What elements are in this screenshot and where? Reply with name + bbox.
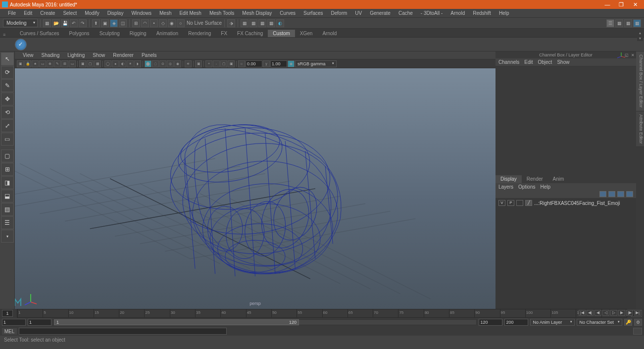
go-to-end-button[interactable]: ▶|	[634, 310, 641, 316]
menu-redshift[interactable]: Redshift	[469, 9, 495, 17]
anim-layer-dropdown[interactable]: No Anim Layer	[530, 319, 575, 326]
character-set-dropdown[interactable]: No Character Set	[577, 319, 622, 326]
scale-tool[interactable]: ⤢	[1, 119, 14, 132]
vt-select-camera[interactable]: ▣	[17, 60, 24, 67]
step-forward-frame-button[interactable]: ▶	[618, 310, 625, 316]
auto-keyframe-toggle[interactable]: 🔑	[624, 319, 632, 326]
layer-tab-display[interactable]: Display	[495, 175, 522, 183]
menu-edit-mesh[interactable]: Edit Mesh	[175, 9, 205, 17]
paint-select-tool[interactable]: ✎	[1, 79, 14, 92]
minimize-button[interactable]: —	[600, 1, 614, 7]
custom-layout[interactable]: ▾	[1, 230, 14, 243]
range-end-outer[interactable]	[504, 319, 528, 326]
menu-surfaces[interactable]: Surfaces	[299, 9, 327, 17]
open-scene-button[interactable]: 📂	[52, 19, 60, 27]
menu-create[interactable]: Create	[36, 9, 59, 17]
shelf-tab-sculpting[interactable]: Sculpting	[95, 30, 125, 37]
layer-new-selected-button[interactable]	[626, 191, 633, 197]
step-back-key-button[interactable]: ◀|	[587, 310, 594, 316]
construction-history-button[interactable]: ⬗	[227, 19, 235, 27]
ipr-button[interactable]: ▦	[249, 19, 257, 27]
layer-display-type[interactable]	[516, 200, 523, 206]
render-settings-button[interactable]: ▦	[258, 19, 266, 27]
menu-uv[interactable]: UV	[351, 9, 366, 17]
menu-cache[interactable]: Cache	[395, 9, 417, 17]
snap-plane-button[interactable]: ◇	[159, 19, 167, 27]
channels-menu[interactable]: Channels	[498, 59, 519, 65]
menu-file[interactable]: File	[4, 9, 20, 17]
layer-list[interactable]: V P ╱ ...:RightFBXASC045Facing_Fist_Emoj…	[495, 198, 636, 309]
single-persp-layout[interactable]: ▢	[1, 150, 14, 162]
lasso-tool[interactable]: ⟳	[1, 66, 14, 79]
select-object-button[interactable]: ▣	[101, 19, 109, 27]
vt-xray-comp[interactable]: ◎	[167, 60, 174, 67]
menu-help[interactable]: Help	[495, 9, 513, 17]
vt-field-chart[interactable]: ▦	[94, 60, 101, 67]
viewport-menu-panels[interactable]: Panels	[138, 52, 161, 58]
vt-exposure-input[interactable]	[246, 60, 262, 67]
save-scene-button[interactable]: 💾	[61, 19, 69, 27]
layer-new-empty-button[interactable]	[617, 191, 624, 197]
vt-bookmark[interactable]: ★	[32, 60, 39, 67]
menu-curves[interactable]: Curves	[276, 9, 299, 17]
object-menu[interactable]: Object	[538, 59, 552, 65]
viewport-menu-show[interactable]: Show	[89, 52, 109, 58]
snap-curve-button[interactable]: ◠	[141, 19, 149, 27]
select-tool[interactable]: ↖	[1, 52, 14, 65]
vt-textured[interactable]: ◐	[119, 60, 126, 67]
vt-auto-load[interactable]: ▣	[228, 60, 235, 67]
layer-visibility-toggle[interactable]: V	[498, 200, 505, 206]
snap-live-button[interactable]: ◉	[168, 19, 176, 27]
two-stacked-layout[interactable]: ⬓	[1, 190, 14, 202]
snap-view-button[interactable]: ○	[177, 19, 185, 27]
range-start-outer[interactable]	[2, 319, 26, 326]
viewport-menu-shading[interactable]: Shading	[38, 52, 64, 58]
panel-undock-button[interactable]: ◱	[624, 53, 629, 57]
maximize-button[interactable]: ❐	[614, 1, 628, 8]
menu-mesh-tools[interactable]: Mesh Tools	[205, 9, 238, 17]
shelf-tab-curves[interactable]: Curves / Surfaces	[15, 30, 64, 37]
options-menu[interactable]: Options	[518, 184, 535, 190]
move-tool[interactable]: ✥	[1, 93, 14, 105]
snap-grid-button[interactable]: ⊞	[132, 19, 140, 27]
vt-image-plane[interactable]: ▭	[39, 60, 46, 67]
shelf-scroll-up[interactable]: ▲	[637, 31, 643, 36]
snap-point-button[interactable]: •	[150, 19, 158, 27]
go-to-start-button[interactable]: |◀	[579, 310, 586, 316]
menu-mesh-display[interactable]: Mesh Display	[238, 9, 276, 17]
layer-move-up-button[interactable]	[599, 191, 606, 197]
redo-button[interactable]: ↷	[79, 19, 87, 27]
new-scene-button[interactable]: ▦	[43, 19, 51, 27]
viewport-menu-renderer[interactable]: Renderer	[109, 52, 138, 58]
vt-xray[interactable]: ◌	[152, 60, 159, 67]
shelf-tab-arnold[interactable]: Arnold	[317, 30, 342, 37]
vt-film-gate[interactable]: ▭	[69, 60, 76, 67]
shelf-tab-fx[interactable]: FX	[216, 30, 232, 37]
menu-arnold[interactable]: Arnold	[446, 9, 469, 17]
shelf-item-custom[interactable]	[15, 39, 27, 50]
vt-grease[interactable]: ✎	[54, 60, 61, 67]
layer-name[interactable]: ...:RightFBXASC045Facing_Fist_Emoji	[534, 200, 620, 206]
time-slider-track[interactable]: 1510152025303540455055606570758085909510…	[17, 309, 627, 318]
layout-button-1[interactable]: ▦	[615, 19, 623, 27]
vt-gamma-icon[interactable]: γ	[263, 60, 270, 67]
menu-edit[interactable]: Edit	[20, 9, 36, 17]
undo-button[interactable]: ↶	[70, 19, 78, 27]
select-hierarchy-button[interactable]: ⬆	[92, 19, 100, 27]
rotate-tool[interactable]: ⟲	[1, 106, 14, 119]
layers-menu[interactable]: Layers	[498, 184, 513, 190]
vt-2d-pan[interactable]: ⊕	[47, 60, 53, 67]
vt-color-profile-icon[interactable]: ◉	[288, 60, 295, 67]
vt-motion-blur[interactable]: ≋	[185, 60, 192, 67]
menu-display[interactable]: Display	[103, 9, 128, 17]
shelf-scroll-down[interactable]: ▼	[637, 36, 643, 41]
range-slider[interactable]: 1 120	[53, 319, 477, 325]
script-editor-button[interactable]	[633, 328, 642, 335]
side-tab-channel-box[interactable]: Channel Box / Layer Editor	[636, 51, 644, 111]
close-button[interactable]: ✕	[628, 1, 642, 8]
command-input[interactable]	[19, 328, 227, 335]
layer-color-swatch[interactable]: ╱	[525, 200, 532, 206]
vt-isolate[interactable]: ⬤	[145, 60, 151, 67]
step-back-frame-button[interactable]: ◀	[594, 310, 601, 316]
help-menu[interactable]: Help	[540, 184, 550, 190]
